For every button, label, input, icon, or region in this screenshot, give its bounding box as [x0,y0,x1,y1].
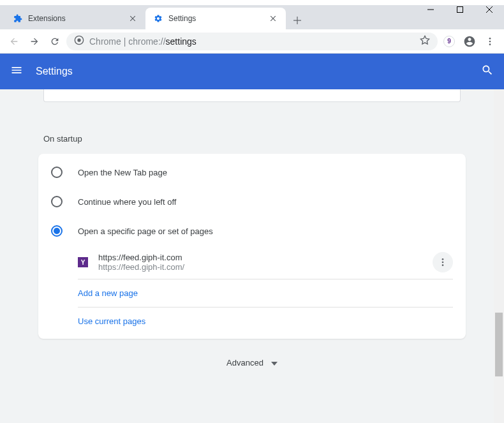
page-title: Settings [36,66,468,77]
search-icon[interactable] [481,64,494,79]
close-window-button[interactable] [475,0,504,19]
radio-new-tab[interactable]: Open the New Tab page [38,158,466,187]
svg-point-15 [442,258,444,260]
startup-card: Open the New Tab page Continue where you… [38,154,466,339]
favicon: Y [78,257,88,267]
tab-settings[interactable]: Settings [145,8,286,29]
menu-button[interactable] [481,33,499,50]
minimize-button[interactable] [416,0,445,19]
radio-icon [51,167,63,178]
hamburger-icon[interactable] [10,64,23,79]
star-icon[interactable] [420,35,430,47]
use-current-pages-link[interactable]: Use current pages [38,308,466,335]
radio-continue[interactable]: Continue where you left off [38,187,466,216]
toolbar: Chrome | chrome://settings 9 [0,29,504,54]
gear-icon [153,13,163,24]
url-text: Chrome | chrome://settings [89,36,415,47]
previous-card-edge [43,89,461,102]
page-entry-url: https://feed.giph-it.com/ [98,262,422,272]
reload-button[interactable] [46,33,64,50]
new-tab-button[interactable] [288,11,306,29]
advanced-toggle[interactable]: Advanced [38,339,466,387]
radio-label: Open the New Tab page [78,168,167,177]
svg-point-16 [442,262,444,263]
close-icon[interactable] [128,13,138,24]
extension-badge[interactable]: 9 [440,33,458,50]
scrollbar[interactable] [494,89,504,423]
profile-button[interactable] [461,33,478,50]
svg-rect-1 [457,7,463,13]
page-entry-title: https://feed.giph-it.com [98,253,422,262]
address-bar[interactable]: Chrome | chrome://settings [66,33,438,50]
svg-point-11 [77,38,80,41]
svg-point-17 [442,264,444,266]
radio-icon [51,225,63,237]
scrollbar-thumb[interactable] [495,313,503,376]
radio-icon [51,196,63,207]
tab-title: Settings [168,14,263,23]
forward-button[interactable] [26,33,43,50]
add-new-page-link[interactable]: Add a new page [38,279,466,307]
startup-page-entry: Y https://feed.giph-it.com https://feed.… [38,246,466,279]
radio-label: Open a specific page or set of pages [78,226,213,236]
svg-point-13 [489,40,491,42]
tab-title: Extensions [28,14,122,23]
svg-point-14 [489,43,491,45]
maximize-button[interactable] [445,0,475,19]
tab-extensions[interactable]: Extensions [5,8,145,29]
settings-header: Settings [0,54,504,89]
chrome-icon [74,35,84,47]
back-button[interactable] [5,33,23,50]
advanced-label: Advanced [226,358,263,367]
radio-label: Continue where you left off [78,197,176,207]
close-icon[interactable] [268,13,278,24]
settings-content: On startup Open the New Tab page Continu… [0,89,504,423]
more-actions-button[interactable] [433,252,453,272]
section-label: On startup [43,134,466,144]
svg-point-12 [489,38,491,40]
chevron-down-icon [271,358,278,367]
puzzle-icon [13,13,23,24]
radio-specific-page[interactable]: Open a specific page or set of pages [38,216,466,246]
